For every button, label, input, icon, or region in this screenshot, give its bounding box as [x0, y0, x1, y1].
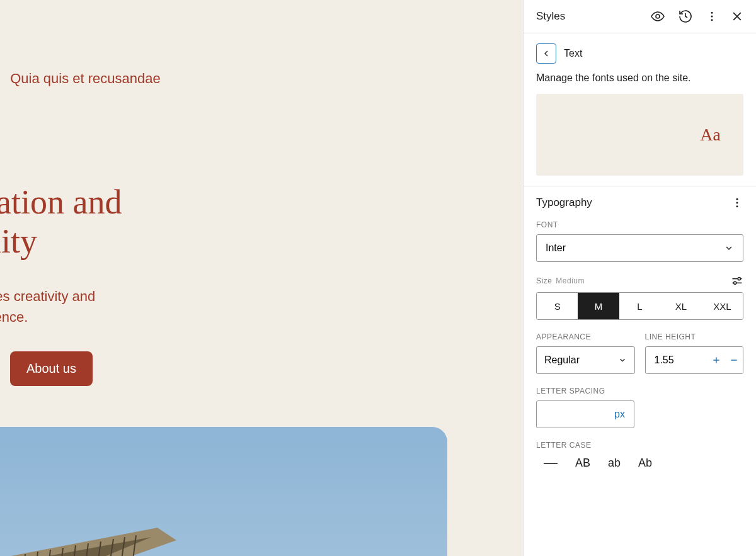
sidebar-header: Styles [524, 0, 756, 33]
size-label: Size [536, 276, 552, 285]
appearance-select[interactable]: Regular [536, 346, 635, 374]
size-m[interactable]: M [578, 293, 619, 319]
hero-description: m that seamlessly merges creativity and … [0, 286, 122, 327]
letter-case-label: Letter Case [536, 441, 743, 450]
svg-point-27 [738, 278, 740, 280]
breadcrumb: Text [536, 43, 743, 64]
styles-sidebar: Styles Text Manage the fonts used on the… [524, 0, 756, 556]
spacing-unit: px [614, 409, 625, 420]
history-icon[interactable] [678, 9, 693, 24]
svg-point-19 [711, 19, 713, 21]
chevron-down-icon [618, 356, 627, 365]
typography-more-icon[interactable] [731, 196, 743, 209]
case-capitalize[interactable]: Ab [638, 457, 652, 470]
svg-point-17 [711, 12, 713, 14]
case-none[interactable]: — [544, 455, 558, 471]
chevron-down-icon [724, 243, 734, 253]
lineheight-stepper[interactable]: 1.55 [645, 346, 744, 374]
close-icon[interactable] [731, 10, 743, 23]
text-panel: Text Manage the fonts used on the site. … [524, 33, 756, 186]
panel-description: Manage the fonts used on the site. [536, 72, 743, 84]
hero-title: nt to innovation and tainability [0, 183, 122, 261]
svg-point-28 [734, 281, 736, 284]
size-value-label: Medium [556, 276, 585, 285]
svg-point-18 [711, 16, 713, 18]
letter-spacing-input[interactable]: px [536, 400, 634, 428]
size-l[interactable]: L [619, 293, 660, 319]
sidebar-title: Styles [536, 10, 565, 23]
font-select[interactable]: Inter [536, 234, 743, 262]
svg-point-23 [736, 202, 738, 204]
more-icon[interactable] [706, 10, 718, 23]
typography-title: Typography [536, 196, 592, 209]
svg-point-22 [736, 198, 738, 200]
lineheight-increment[interactable] [707, 347, 725, 373]
size-button-group: S M L XL XXL [536, 292, 743, 320]
eye-icon[interactable] [650, 9, 665, 24]
editor-canvas: que adipisci Quia quis et recusandae nt … [0, 0, 524, 556]
size-xl[interactable]: XL [660, 293, 701, 319]
typography-panel: Typography Font Inter Size Medium S M L … [524, 186, 756, 481]
appearance-label: Appearance [536, 332, 635, 341]
lineheight-label: Line Height [645, 332, 744, 341]
preview-sample: Aa [700, 125, 721, 145]
about-us-button[interactable]: About us [10, 351, 93, 386]
svg-point-24 [736, 205, 738, 207]
building-illustration [0, 502, 227, 556]
nav-item[interactable]: Quia quis et recusandae [10, 71, 161, 87]
font-label: Font [536, 220, 743, 229]
hero-image [0, 427, 447, 556]
appearance-value: Regular [544, 355, 580, 366]
lineheight-decrement[interactable] [725, 347, 743, 373]
typography-preview: Aa [536, 94, 743, 176]
site-nav: que adipisci Quia quis et recusandae [0, 71, 161, 87]
back-button[interactable] [536, 43, 556, 64]
hero-section: nt to innovation and tainability m that … [0, 183, 122, 386]
letter-spacing-label: Letter Spacing [536, 387, 743, 395]
case-upper[interactable]: AB [575, 457, 590, 470]
size-header: Size Medium [536, 275, 743, 287]
size-xxl[interactable]: XXL [702, 293, 743, 319]
svg-point-16 [656, 14, 660, 18]
case-lower[interactable]: ab [608, 457, 621, 470]
header-actions [650, 9, 743, 24]
size-s[interactable]: S [537, 293, 578, 319]
breadcrumb-label: Text [564, 48, 582, 59]
typography-header: Typography [536, 196, 743, 209]
lineheight-value: 1.55 [646, 355, 708, 366]
letter-case-group: — AB ab Ab [536, 455, 743, 471]
size-settings-icon[interactable] [731, 275, 743, 287]
font-value: Inter [546, 242, 566, 254]
